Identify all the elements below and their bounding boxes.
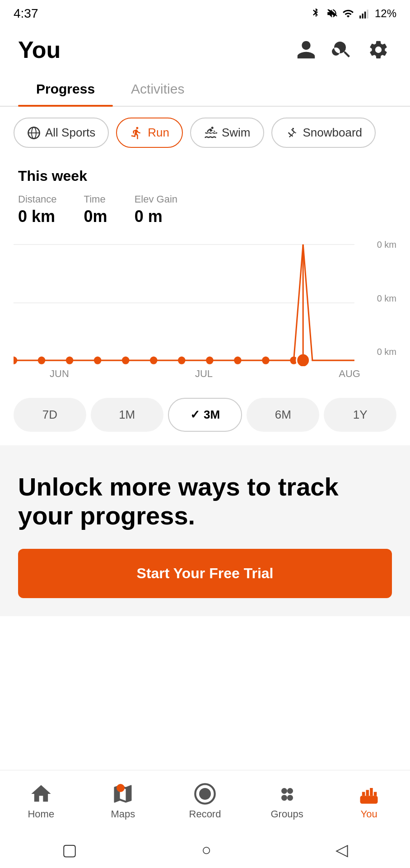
chart-container: 0 km 0 km 0 km [0, 240, 410, 389]
svg-rect-2 [364, 12, 366, 19]
svg-point-16 [281, 795, 287, 801]
this-week-title: This week [18, 168, 392, 184]
tab-activities[interactable]: Activities [113, 72, 202, 106]
android-home-btn[interactable]: ○ [201, 840, 211, 859]
time-btn-3m[interactable]: ✓ 3M [168, 398, 242, 432]
wifi-icon [342, 8, 354, 19]
chart-svg [14, 240, 396, 366]
svg-rect-1 [362, 14, 363, 19]
svg-rect-19 [362, 792, 365, 796]
svg-point-13 [199, 788, 211, 800]
search-button[interactable] [329, 36, 356, 63]
time-btn-7d[interactable]: 7D [14, 398, 86, 432]
chart-dot [94, 356, 102, 364]
android-recents-btn[interactable]: ▢ [62, 840, 77, 859]
time-btn-1m[interactable]: 1M [91, 398, 163, 432]
stat-distance-value: 0 km [18, 207, 57, 226]
chart-x-aug: AUG [339, 368, 360, 380]
svg-rect-0 [359, 15, 361, 19]
swim-icon [204, 126, 217, 140]
bluetooth-icon [310, 8, 321, 19]
search-icon [331, 39, 353, 61]
stat-elev-value: 0 m [135, 207, 177, 226]
svg-rect-3 [367, 9, 368, 19]
chart-dot [178, 356, 186, 364]
run-icon [130, 126, 143, 140]
nav-record[interactable]: Record [178, 778, 232, 825]
svg-rect-22 [374, 792, 377, 796]
mute-icon [326, 8, 338, 19]
chart-dot [206, 356, 214, 364]
battery-text: 12% [375, 7, 396, 20]
time-range-container: 7D 1M ✓ 3M 6M 1Y [0, 389, 410, 441]
tab-progress[interactable]: Progress [18, 72, 113, 106]
stat-elev-label: Elev Gain [135, 193, 177, 205]
swim-label: Swim [222, 126, 251, 140]
chart-dot [234, 356, 242, 364]
upsell-title: Unlock more ways to track your progress. [18, 472, 392, 531]
checkmark-icon: ✓ [190, 408, 200, 422]
time-btn-1y[interactable]: 1Y [324, 398, 396, 432]
profile-icon [295, 39, 317, 61]
you-icon [357, 782, 381, 806]
chart-y-label-top: 0 km [377, 240, 396, 250]
upsell-section: Unlock more ways to track your progress.… [0, 445, 410, 616]
svg-point-7 [292, 127, 294, 129]
page-title: You [18, 36, 61, 63]
nav-home[interactable]: Home [14, 778, 68, 825]
android-back-btn[interactable]: ◁ [335, 840, 348, 859]
stat-distance: Distance 0 km [18, 193, 57, 226]
svg-rect-18 [360, 796, 378, 803]
svg-point-14 [281, 788, 287, 794]
all-sports-label: All Sports [45, 126, 95, 140]
status-time: 4:37 [14, 6, 38, 21]
nav-maps-label: Maps [111, 808, 135, 820]
this-week-section: This week Distance 0 km Time 0m Elev Gai… [0, 159, 410, 240]
groups-icon [275, 782, 299, 806]
signal-icon [359, 8, 370, 19]
android-nav-bar: ▢ ○ ◁ [0, 832, 410, 868]
tabs-container: Progress Activities [0, 72, 410, 107]
chart-area: 0 km 0 km 0 km [14, 240, 396, 384]
nav-you[interactable]: You [342, 778, 396, 825]
nav-record-label: Record [189, 808, 221, 820]
settings-button[interactable] [365, 36, 392, 63]
home-icon [29, 782, 53, 806]
sport-filters: All Sports Run Swim Snowboard [0, 107, 410, 159]
nav-home-label: Home [28, 808, 54, 820]
header-actions [293, 36, 392, 63]
stat-time-label: Time [84, 193, 107, 205]
chart-y-label-mid: 0 km [377, 293, 396, 304]
chart-dot [66, 356, 74, 364]
chart-x-jun: JUN [50, 368, 69, 380]
status-icons: 12% [310, 7, 396, 20]
svg-rect-21 [370, 788, 373, 796]
snowboard-icon [285, 126, 298, 140]
svg-point-15 [287, 788, 293, 794]
settings-icon [368, 39, 389, 61]
stat-elev-gain: Elev Gain 0 m [135, 193, 177, 226]
header: You [0, 27, 410, 72]
filter-snowboard[interactable]: Snowboard [271, 118, 376, 148]
filter-run[interactable]: Run [116, 118, 183, 148]
status-bar: 4:37 12% [0, 0, 410, 27]
svg-rect-20 [366, 790, 369, 796]
chart-dot [14, 356, 17, 364]
nav-groups-label: Groups [271, 808, 303, 820]
chart-y-label-bot: 0 km [377, 347, 396, 357]
chart-dot [38, 356, 46, 364]
nav-maps[interactable]: Maps [96, 778, 150, 825]
record-icon [193, 782, 217, 806]
profile-button[interactable] [293, 36, 320, 63]
chart-dot [122, 356, 130, 364]
svg-point-17 [287, 795, 293, 801]
all-sports-icon [27, 126, 41, 140]
filter-all-sports[interactable]: All Sports [14, 118, 109, 148]
bottom-nav: Home Maps Record [0, 770, 410, 832]
time-btn-6m[interactable]: 6M [247, 398, 319, 432]
run-label: Run [148, 126, 169, 140]
free-trial-button[interactable]: Start Your Free Trial [18, 549, 392, 598]
filter-swim[interactable]: Swim [190, 118, 264, 148]
stat-time: Time 0m [84, 193, 107, 226]
nav-groups[interactable]: Groups [260, 778, 314, 825]
